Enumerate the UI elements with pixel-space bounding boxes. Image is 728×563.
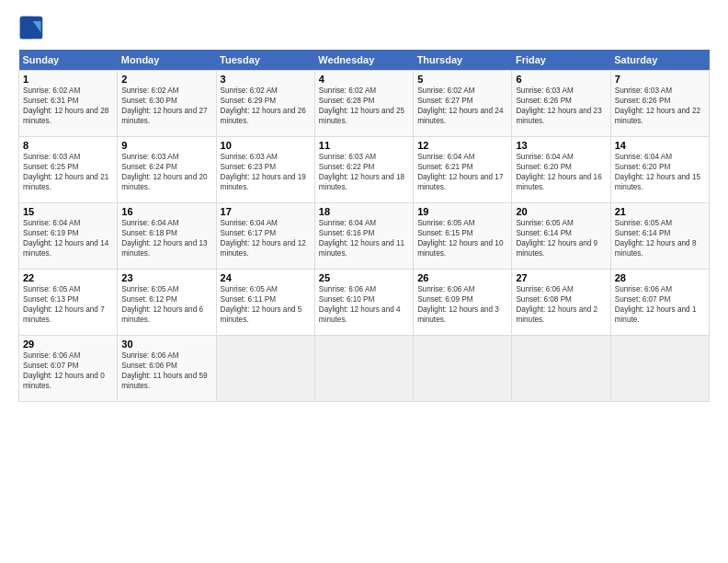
calendar-cell: 8 Sunrise: 6:03 AMSunset: 6:25 PMDayligh…	[19, 137, 118, 203]
day-detail: Sunrise: 6:04 AMSunset: 6:21 PMDaylight:…	[417, 153, 503, 191]
day-number: 30	[121, 339, 211, 350]
day-detail: Sunrise: 6:06 AMSunset: 6:10 PMDaylight:…	[319, 285, 401, 324]
day-detail: Sunrise: 6:04 AMSunset: 6:20 PMDaylight:…	[516, 153, 601, 191]
day-number: 28	[615, 272, 705, 283]
day-number: 14	[615, 140, 705, 151]
logo	[18, 15, 48, 40]
calendar-cell: 16 Sunrise: 6:04 AMSunset: 6:18 PMDaylig…	[118, 203, 216, 270]
day-detail: Sunrise: 6:06 AMSunset: 6:08 PMDaylight:…	[516, 285, 597, 324]
calendar-cell: 12 Sunrise: 6:04 AMSunset: 6:21 PMDaylig…	[414, 137, 512, 203]
day-detail: Sunrise: 6:05 AMSunset: 6:13 PMDaylight:…	[23, 285, 105, 324]
calendar-cell: 14 Sunrise: 6:04 AMSunset: 6:20 PMDaylig…	[610, 137, 709, 203]
calendar-cell	[216, 336, 314, 402]
day-number: 18	[319, 206, 409, 217]
header-cell-thursday: Thursday	[414, 50, 512, 71]
calendar-cell: 29 Sunrise: 6:06 AMSunset: 6:07 PMDaylig…	[19, 336, 118, 402]
header-cell-monday: Monday	[118, 50, 216, 71]
svg-rect-2	[20, 17, 33, 40]
day-number: 7	[615, 74, 705, 85]
day-number: 8	[23, 140, 113, 151]
day-number: 17	[221, 206, 311, 217]
calendar-cell	[610, 336, 709, 402]
calendar-cell: 7 Sunrise: 6:03 AMSunset: 6:26 PMDayligh…	[610, 71, 709, 137]
day-detail: Sunrise: 6:06 AMSunset: 6:06 PMDaylight:…	[121, 351, 207, 390]
calendar-row: 1 Sunrise: 6:02 AMSunset: 6:31 PMDayligh…	[19, 71, 710, 137]
calendar-cell: 27 Sunrise: 6:06 AMSunset: 6:08 PMDaylig…	[512, 270, 610, 336]
day-number: 24	[221, 272, 311, 283]
day-number: 9	[121, 140, 211, 151]
day-detail: Sunrise: 6:04 AMSunset: 6:19 PMDaylight:…	[23, 219, 108, 258]
day-number: 4	[319, 74, 409, 85]
day-detail: Sunrise: 6:02 AMSunset: 6:31 PMDaylight:…	[23, 86, 108, 125]
day-detail: Sunrise: 6:03 AMSunset: 6:25 PMDaylight:…	[23, 153, 108, 191]
calendar-row: 22 Sunrise: 6:05 AMSunset: 6:13 PMDaylig…	[19, 270, 710, 336]
day-number: 16	[121, 206, 211, 217]
day-number: 12	[417, 140, 507, 151]
calendar-cell: 4 Sunrise: 6:02 AMSunset: 6:28 PMDayligh…	[314, 71, 413, 137]
day-detail: Sunrise: 6:04 AMSunset: 6:20 PMDaylight:…	[615, 153, 700, 191]
day-detail: Sunrise: 6:02 AMSunset: 6:27 PMDaylight:…	[417, 86, 503, 125]
header-cell-saturday: Saturday	[610, 50, 709, 71]
day-number: 13	[516, 140, 606, 151]
calendar-cell: 15 Sunrise: 6:04 AMSunset: 6:19 PMDaylig…	[19, 203, 118, 270]
calendar-cell: 5 Sunrise: 6:02 AMSunset: 6:27 PMDayligh…	[414, 71, 512, 137]
day-detail: Sunrise: 6:03 AMSunset: 6:26 PMDaylight:…	[516, 86, 601, 125]
calendar-row: 15 Sunrise: 6:04 AMSunset: 6:19 PMDaylig…	[19, 203, 710, 270]
day-detail: Sunrise: 6:04 AMSunset: 6:16 PMDaylight:…	[319, 219, 404, 258]
day-detail: Sunrise: 6:02 AMSunset: 6:29 PMDaylight:…	[221, 86, 306, 125]
day-number: 27	[516, 272, 606, 283]
calendar-table: SundayMondayTuesdayWednesdayThursdayFrid…	[18, 50, 710, 402]
calendar-cell: 1 Sunrise: 6:02 AMSunset: 6:31 PMDayligh…	[19, 71, 118, 137]
day-detail: Sunrise: 6:06 AMSunset: 6:07 PMDaylight:…	[23, 351, 105, 390]
calendar-cell: 11 Sunrise: 6:03 AMSunset: 6:22 PMDaylig…	[314, 137, 413, 203]
calendar-cell: 17 Sunrise: 6:04 AMSunset: 6:17 PMDaylig…	[216, 203, 314, 270]
header	[18, 15, 710, 40]
calendar-cell: 25 Sunrise: 6:06 AMSunset: 6:10 PMDaylig…	[314, 270, 413, 336]
day-number: 21	[615, 206, 705, 217]
calendar-row: 8 Sunrise: 6:03 AMSunset: 6:25 PMDayligh…	[19, 137, 710, 203]
calendar-cell: 26 Sunrise: 6:06 AMSunset: 6:09 PMDaylig…	[414, 270, 512, 336]
day-detail: Sunrise: 6:04 AMSunset: 6:18 PMDaylight:…	[121, 219, 207, 258]
day-detail: Sunrise: 6:04 AMSunset: 6:17 PMDaylight:…	[221, 219, 306, 258]
day-number: 22	[23, 272, 113, 283]
day-detail: Sunrise: 6:03 AMSunset: 6:24 PMDaylight:…	[121, 153, 207, 191]
calendar-cell: 21 Sunrise: 6:05 AMSunset: 6:14 PMDaylig…	[610, 203, 709, 270]
header-row: SundayMondayTuesdayWednesdayThursdayFrid…	[19, 50, 710, 71]
day-number: 11	[319, 140, 409, 151]
day-detail: Sunrise: 6:03 AMSunset: 6:26 PMDaylight:…	[615, 86, 700, 125]
calendar-cell: 6 Sunrise: 6:03 AMSunset: 6:26 PMDayligh…	[512, 71, 610, 137]
logo-icon	[18, 15, 44, 40]
header-cell-sunday: Sunday	[19, 50, 118, 71]
day-number: 19	[417, 206, 507, 217]
day-detail: Sunrise: 6:05 AMSunset: 6:15 PMDaylight:…	[417, 219, 503, 258]
day-detail: Sunrise: 6:02 AMSunset: 6:28 PMDaylight:…	[319, 86, 404, 125]
calendar-cell	[314, 336, 413, 402]
calendar-cell: 3 Sunrise: 6:02 AMSunset: 6:29 PMDayligh…	[216, 71, 314, 137]
calendar-cell: 30 Sunrise: 6:06 AMSunset: 6:06 PMDaylig…	[118, 336, 216, 402]
calendar-cell	[414, 336, 512, 402]
header-cell-friday: Friday	[512, 50, 610, 71]
day-detail: Sunrise: 6:03 AMSunset: 6:22 PMDaylight:…	[319, 153, 404, 191]
calendar-cell: 18 Sunrise: 6:04 AMSunset: 6:16 PMDaylig…	[314, 203, 413, 270]
calendar-cell: 22 Sunrise: 6:05 AMSunset: 6:13 PMDaylig…	[19, 270, 118, 336]
day-detail: Sunrise: 6:05 AMSunset: 6:11 PMDaylight:…	[221, 285, 302, 324]
day-detail: Sunrise: 6:03 AMSunset: 6:23 PMDaylight:…	[221, 153, 306, 191]
day-number: 25	[319, 272, 409, 283]
calendar-cell	[512, 336, 610, 402]
calendar-row: 29 Sunrise: 6:06 AMSunset: 6:07 PMDaylig…	[19, 336, 710, 402]
calendar-cell: 20 Sunrise: 6:05 AMSunset: 6:14 PMDaylig…	[512, 203, 610, 270]
day-number: 15	[23, 206, 113, 217]
calendar-cell: 9 Sunrise: 6:03 AMSunset: 6:24 PMDayligh…	[118, 137, 216, 203]
day-number: 6	[516, 74, 606, 85]
day-detail: Sunrise: 6:05 AMSunset: 6:14 PMDaylight:…	[516, 219, 597, 258]
header-cell-tuesday: Tuesday	[216, 50, 314, 71]
day-number: 29	[23, 339, 113, 350]
calendar-cell: 28 Sunrise: 6:06 AMSunset: 6:07 PMDaylig…	[610, 270, 709, 336]
page: SundayMondayTuesdayWednesdayThursdayFrid…	[0, 0, 728, 417]
day-detail: Sunrise: 6:05 AMSunset: 6:12 PMDaylight:…	[121, 285, 203, 324]
calendar-cell: 19 Sunrise: 6:05 AMSunset: 6:15 PMDaylig…	[414, 203, 512, 270]
day-number: 2	[121, 74, 211, 85]
header-cell-wednesday: Wednesday	[314, 50, 413, 71]
day-detail: Sunrise: 6:06 AMSunset: 6:07 PMDaylight:…	[615, 285, 697, 324]
day-number: 26	[417, 272, 507, 283]
